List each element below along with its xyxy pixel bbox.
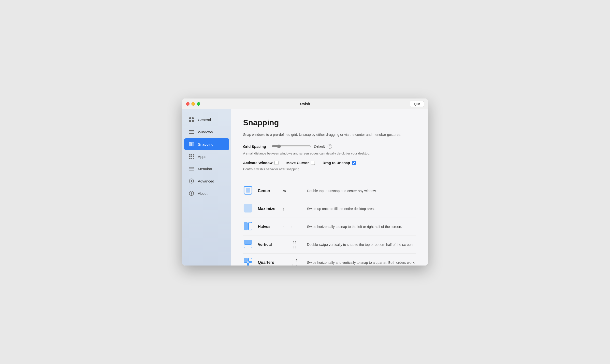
svg-rect-1 [192,117,194,119]
sidebar-item-about[interactable]: i About [184,187,229,199]
drag-to-unsnap-label: Drag to Unsnap [323,161,350,165]
checkbox-row: Activate Window Move Cursor Drag to Unsn… [243,161,416,165]
snap-gesture-maximize: ↑ [282,206,307,212]
grid-spacing-slider[interactable] [272,144,311,148]
svg-rect-34 [248,263,252,266]
snap-gesture-center: ∞ [282,188,307,194]
snap-row-halves: Halves ← → Swipe horizontally to snap to… [243,218,416,236]
svg-point-21 [191,180,192,182]
svg-rect-15 [189,158,190,159]
quit-button[interactable]: Quit [410,101,424,107]
gesture-quarters-1: ←↑ [292,258,298,262]
vertical-icon [243,239,254,250]
sidebar-label-snapping: Snapping [198,142,213,146]
snap-description-quarters: Swipe horizontally and vertically to sna… [307,260,416,265]
close-button[interactable] [186,102,189,106]
snap-gesture-vertical: ↑↑ ↓↓ [282,240,307,249]
svg-rect-0 [189,117,191,119]
move-cursor-checkbox[interactable] [311,161,315,165]
svg-rect-9 [189,154,190,155]
svg-rect-8 [192,142,194,146]
gesture-vertical-2: ↓↓ [293,245,297,249]
window-title: Swish [300,102,310,106]
svg-rect-11 [193,154,194,155]
sidebar-label-advanced: Advanced [198,179,214,183]
snap-row-center: Center ∞ Double tap to unsnap and center… [243,182,416,200]
snap-name-maximize: Maximize [258,207,282,211]
page-title: Snapping [243,118,416,127]
snap-row-maximize: Maximize ↑ Swipe up once to fill the ent… [243,200,416,218]
svg-rect-25 [246,188,250,192]
sidebar-item-menubar[interactable]: Menubar [184,163,229,175]
sidebar-label-windows: Windows [198,130,213,134]
help-icon[interactable]: ? [328,144,332,149]
snap-list: Center ∞ Double tap to unsnap and center… [243,182,416,266]
snapping-icon [188,141,195,148]
snap-description-vertical: Double-swipe vertically to snap to the t… [307,242,416,247]
svg-rect-7 [189,142,191,146]
gesture-center: ∞ [282,188,286,194]
svg-rect-33 [244,263,247,266]
grid-spacing-row: Grid Spacing Default ? [243,144,416,149]
gesture-halves-1: ← [282,224,287,229]
sidebar: General Windows [182,109,231,266]
sidebar-label-menubar: Menubar [198,167,212,171]
sidebar-label-apps: Apps [198,154,206,159]
control-note: Control Swish's behavior after snapping. [243,167,416,171]
snap-description-maximize: Swipe up once to fill the entire desktop… [307,206,416,211]
sidebar-item-apps[interactable]: Apps [184,151,229,162]
sidebar-item-snapping[interactable]: Snapping [184,138,229,150]
main-content: General Windows [182,109,428,266]
svg-rect-10 [191,154,192,155]
activate-window-label: Activate Window [243,161,273,165]
minimize-button[interactable] [191,102,195,106]
slider-container: Default ? [272,144,332,149]
grid-spacing-value: Default [314,144,325,148]
content-area: Snapping Snap windows to a pre-defined g… [231,109,428,266]
move-cursor-item: Move Cursor [286,161,315,165]
gesture-halves-2: → [289,224,293,229]
snap-description-halves: Swipe horizontally to snap to the left o… [307,224,416,229]
sidebar-item-windows[interactable]: Windows [184,126,229,138]
svg-rect-6 [189,131,194,131]
about-icon: i [188,190,195,197]
apps-icon [188,153,195,160]
svg-rect-18 [189,167,194,170]
sidebar-item-advanced[interactable]: Advanced [184,175,229,187]
maximize-button[interactable] [197,102,200,106]
snap-gesture-quarters: ←↑ ↓→ [282,258,307,266]
traffic-lights [186,102,200,106]
menubar-icon [188,165,195,172]
sidebar-label-about: About [198,191,207,196]
drag-to-unsnap-checkbox[interactable] [352,161,356,165]
description-text: Snap windows to a pre-defined grid. Unsn… [243,132,416,137]
windows-icon [188,128,195,135]
halves-icon [243,221,254,232]
svg-rect-29 [244,240,252,244]
grid-spacing-note: A small distance between windows and scr… [243,152,416,155]
svg-rect-31 [244,258,247,262]
snap-name-quarters: Quarters [258,260,282,265]
svg-rect-17 [193,158,194,159]
snap-name-center: Center [258,189,282,193]
snap-row-quarters: Quarters ←↑ ↓→ Swipe horizontally and ve… [243,254,416,266]
activate-window-checkbox[interactable] [275,161,278,165]
snap-row-vertical: Vertical ↑↑ ↓↓ Double-swipe vertically t… [243,236,416,254]
grid-spacing-label: Grid Spacing [243,144,268,149]
gesture-vertical-1: ↑↑ [293,240,297,244]
svg-rect-28 [248,222,252,230]
gesture-quarters-2: ↓→ [292,263,298,266]
drag-to-unsnap-item: Drag to Unsnap [323,161,356,165]
center-icon [243,185,254,196]
snap-description-center: Double tap to unsnap and center any wind… [307,188,416,194]
sidebar-item-general[interactable]: General [184,114,229,126]
svg-rect-2 [189,120,191,122]
svg-rect-13 [191,156,192,157]
snap-name-vertical: Vertical [258,242,282,247]
svg-rect-14 [193,156,194,157]
app-window: Swish Quit General [182,98,428,266]
svg-rect-26 [244,204,252,212]
snap-gesture-halves: ← → [282,224,307,229]
move-cursor-label: Move Cursor [286,161,309,165]
svg-rect-12 [189,156,190,157]
